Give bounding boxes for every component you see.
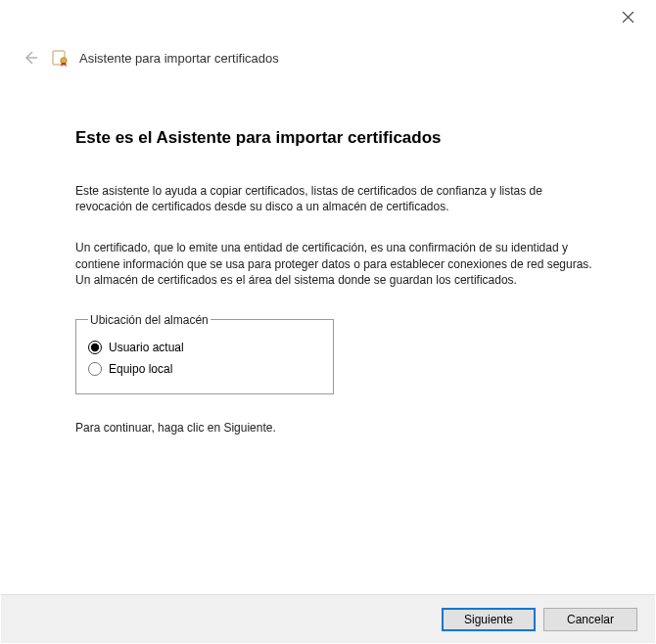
- store-location-group: Ubicación del almacén Usuario actual Equ…: [75, 313, 334, 394]
- close-button[interactable]: [622, 11, 637, 26]
- store-location-legend: Ubicación del almacén: [88, 313, 211, 327]
- back-arrow-icon: [23, 50, 38, 66]
- radio-local-machine-input[interactable]: [88, 362, 102, 376]
- wizard-icon: [50, 49, 70, 67]
- wizard-footer: Siguiente Cancelar: [1, 594, 655, 643]
- wizard-title: Asistente para importar certificados: [79, 51, 279, 66]
- radio-current-user-label: Usuario actual: [109, 341, 184, 354]
- explain-text: Un certificado, que lo emite una entidad…: [75, 240, 596, 288]
- next-button[interactable]: Siguiente: [442, 608, 536, 631]
- wizard-content: Este es el Asistente para importar certi…: [75, 128, 596, 461]
- radio-local-machine-label: Equipo local: [109, 362, 172, 376]
- wizard-header: Asistente para importar certificados: [21, 48, 635, 68]
- close-icon: [622, 11, 634, 23]
- page-title: Este es el Asistente para importar certi…: [75, 128, 596, 148]
- radio-current-user[interactable]: Usuario actual: [88, 337, 321, 358]
- radio-local-machine[interactable]: Equipo local: [88, 358, 321, 380]
- back-button: [21, 48, 40, 68]
- intro-text: Este asistente lo ayuda a copiar certifi…: [75, 183, 596, 214]
- radio-current-user-input[interactable]: [88, 341, 102, 354]
- continue-hint: Para continuar, haga clic en Siguiente.: [75, 420, 596, 436]
- cancel-button[interactable]: Cancelar: [543, 608, 637, 631]
